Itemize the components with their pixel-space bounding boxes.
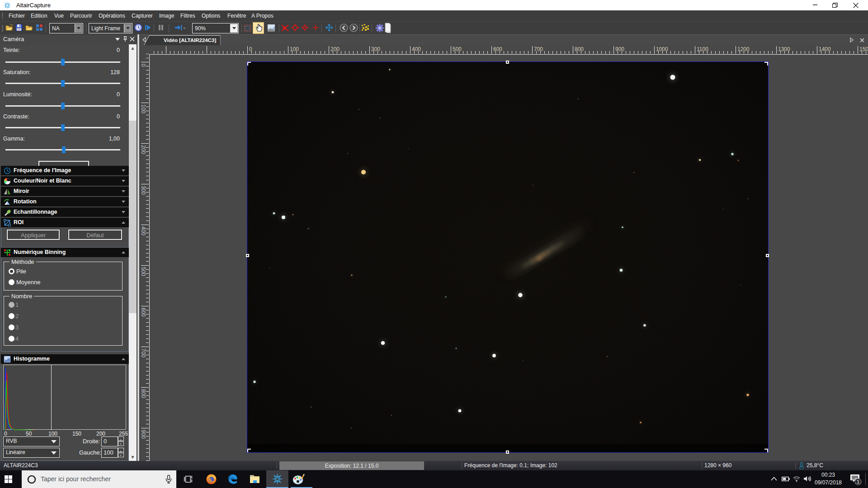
- svg-text:1: 1: [857, 479, 859, 484]
